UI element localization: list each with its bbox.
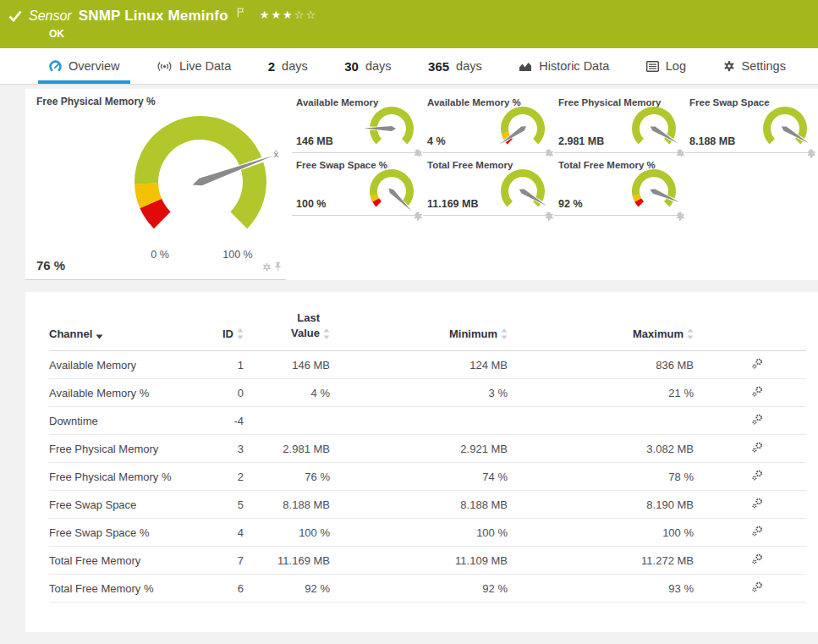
area-chart-icon bbox=[519, 61, 532, 72]
gauge-value: 2.981 MB bbox=[558, 135, 604, 147]
table-row: Free Physical Memory %276 %74 %78 % bbox=[49, 463, 806, 491]
tab-overview[interactable]: Overview bbox=[38, 48, 130, 84]
gauge-value: 92 % bbox=[558, 198, 583, 210]
cell-maximum: 21 % bbox=[508, 379, 694, 407]
gauge-tile-total-free-memory-pct[interactable]: Total Free Memory %92 % bbox=[554, 156, 681, 216]
column-header-id[interactable]: ID bbox=[206, 311, 244, 351]
cell-last-value: 2.981 MB bbox=[244, 435, 330, 463]
cell-actions bbox=[694, 351, 806, 379]
main-gauge-tile[interactable]: Free Physical Memory % x̄ 0 % 100 % 76 % bbox=[25, 89, 286, 280]
cell-id: 2 bbox=[206, 463, 244, 491]
cell-minimum: 74 % bbox=[330, 463, 508, 491]
gauge-value: 11.169 MB bbox=[427, 198, 478, 210]
priority-rating[interactable]: ★★★☆☆ bbox=[260, 8, 317, 21]
tab-log[interactable]: Log bbox=[635, 48, 697, 84]
channel-settings-icon[interactable] bbox=[751, 525, 764, 537]
channel-settings-icon[interactable] bbox=[751, 413, 764, 426]
tab-2-days[interactable]: 2days bbox=[257, 48, 319, 84]
channel-settings-icon[interactable] bbox=[751, 581, 764, 593]
channel-settings-icon[interactable] bbox=[751, 553, 764, 565]
table-row: Available Memory1146 MB124 MB836 MB bbox=[49, 351, 806, 379]
tab-365-days[interactable]: 365days bbox=[417, 48, 493, 84]
cell-channel: Downtime bbox=[49, 407, 206, 435]
column-header-actions bbox=[694, 311, 806, 351]
column-header-minimum[interactable]: Minimum bbox=[330, 311, 508, 351]
tab-30-days[interactable]: 30days bbox=[333, 48, 402, 84]
cell-channel: Available Memory bbox=[49, 351, 206, 379]
table-row: Downtime-4 bbox=[49, 407, 806, 435]
column-header-last-value[interactable]: Last Value bbox=[244, 311, 330, 351]
cell-channel: Free Physical Memory % bbox=[49, 463, 206, 491]
prtg-sensor-page: Sensor SNMP Linux Meminfo ★★★☆☆ OK Overv… bbox=[0, 0, 818, 644]
sensor-title: SNMP Linux Meminfo bbox=[79, 8, 228, 25]
cell-channel: Free Swap Space bbox=[49, 491, 206, 519]
column-header-channel[interactable]: Channel bbox=[49, 311, 206, 351]
gauge-tile-available-memory-pct[interactable]: Available Memory %4 % bbox=[423, 93, 550, 153]
gear-icon[interactable] bbox=[262, 260, 272, 275]
star-empty-icon[interactable]: ☆ bbox=[294, 8, 306, 21]
cell-id: 6 bbox=[206, 575, 244, 603]
cell-actions bbox=[694, 379, 806, 407]
svg-text:x̄: x̄ bbox=[274, 149, 279, 159]
cell-actions bbox=[694, 435, 806, 463]
table-row: Free Swap Space %4100 %100 %100 % bbox=[49, 519, 806, 547]
cell-last-value: 146 MB bbox=[244, 351, 330, 379]
cell-last-value: 92 % bbox=[244, 575, 330, 603]
gauge-tile-total-free-memory[interactable]: Total Free Memory11.169 MB bbox=[423, 156, 550, 216]
column-header-maximum[interactable]: Maximum bbox=[508, 311, 694, 351]
cell-id: 4 bbox=[206, 519, 244, 547]
tab-label: Historic Data bbox=[539, 59, 609, 73]
tab-live-data[interactable]: Live Data bbox=[145, 48, 242, 84]
channel-settings-icon[interactable] bbox=[751, 357, 764, 370]
tab-label: Overview bbox=[69, 59, 119, 73]
gear-icon bbox=[723, 60, 735, 72]
cell-minimum: 100 % bbox=[330, 519, 508, 547]
flag-icon[interactable] bbox=[237, 6, 244, 21]
gauge-value: 76 % bbox=[36, 258, 65, 272]
gauge-value: 4 % bbox=[427, 135, 446, 147]
table-row: Total Free Memory %692 %92 %93 % bbox=[49, 575, 806, 603]
cell-minimum: 124 MB bbox=[330, 351, 508, 379]
gauge-icon bbox=[49, 60, 62, 73]
cell-minimum: 3 % bbox=[330, 379, 508, 407]
star-filled-icon[interactable]: ★ bbox=[260, 8, 272, 21]
cell-maximum: 11.272 MB bbox=[508, 547, 694, 575]
tab-historic-data[interactable]: Historic Data bbox=[508, 48, 620, 84]
cell-minimum: 8.188 MB bbox=[330, 491, 508, 519]
cell-last-value bbox=[244, 407, 330, 435]
cell-last-value: 76 % bbox=[244, 463, 330, 491]
pin-icon[interactable] bbox=[274, 260, 282, 275]
cell-maximum: 8.190 MB bbox=[508, 491, 694, 519]
gauge-tile-free-physical-memory[interactable]: Free Physical Memory2.981 MB bbox=[554, 93, 681, 153]
table-row: Available Memory %04 %3 %21 % bbox=[49, 379, 806, 407]
cell-actions bbox=[694, 491, 806, 519]
tab-settings[interactable]: Settings bbox=[712, 48, 797, 84]
cell-minimum bbox=[330, 407, 508, 435]
cell-channel: Total Free Memory % bbox=[49, 575, 206, 603]
sensor-overview-content: Free Physical Memory % x̄ 0 % 100 % 76 %… bbox=[0, 85, 818, 644]
column-label: Minimum bbox=[449, 328, 497, 340]
gauge-tile-free-swap-space[interactable]: Free Swap Space8.188 MB bbox=[685, 93, 812, 153]
star-empty-icon[interactable]: ☆ bbox=[305, 8, 317, 21]
column-label: ID bbox=[222, 328, 233, 340]
cell-id: 1 bbox=[206, 351, 244, 379]
sensor-header: Sensor SNMP Linux Meminfo ★★★☆☆ OK bbox=[0, 0, 818, 48]
gauge-tile-free-swap-space-pct[interactable]: Free Swap Space %100 % bbox=[292, 156, 419, 216]
cell-channel: Total Free Memory bbox=[49, 547, 206, 575]
tab-number: 2 bbox=[268, 59, 275, 74]
gauge-tile-available-memory[interactable]: Available Memory146 MB bbox=[292, 93, 419, 153]
cell-actions bbox=[694, 547, 806, 575]
cell-actions bbox=[694, 407, 806, 435]
cell-channel: Free Swap Space % bbox=[49, 519, 206, 547]
star-filled-icon[interactable]: ★ bbox=[283, 8, 294, 21]
cell-maximum: 3.082 MB bbox=[508, 435, 694, 463]
channel-settings-icon[interactable] bbox=[751, 469, 764, 482]
cell-channel: Free Physical Memory bbox=[49, 435, 206, 463]
channel-settings-icon[interactable] bbox=[751, 441, 764, 454]
channel-settings-icon[interactable] bbox=[751, 497, 764, 509]
channel-settings-icon[interactable] bbox=[751, 385, 764, 398]
star-filled-icon[interactable]: ★ bbox=[271, 8, 283, 21]
cell-last-value: 4 % bbox=[244, 379, 330, 407]
table-row: Free Physical Memory32.981 MB2.921 MB3.0… bbox=[49, 435, 806, 463]
log-icon bbox=[646, 61, 659, 72]
